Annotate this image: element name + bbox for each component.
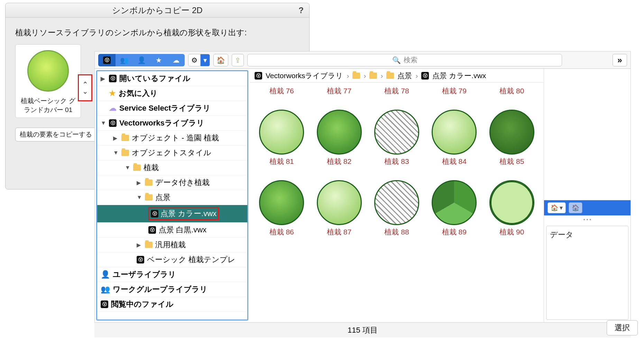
chevron-down-icon: ▾ xyxy=(560,204,563,212)
library-source-segmented: Ⓥ 👥 👤 ★ ☁ xyxy=(98,54,185,66)
thumb-row-2: 植栽 81 植栽 82 植栽 83 植栽 84 植栽 85 xyxy=(255,110,539,166)
list-item[interactable]: 植栽 87 xyxy=(312,180,366,237)
tree-basic-template[interactable]: Ⓥベーシック 植栽テンプレ xyxy=(97,252,247,267)
tree-service-select[interactable]: ☁Service Selectライブラリ xyxy=(97,101,247,116)
folder-icon xyxy=(121,135,129,141)
tree-browsing-file[interactable]: Ⓥ閲覧中のファイル xyxy=(97,297,247,312)
tree-obj-landscape[interactable]: ▶オブジェクト - 造園 植栽 xyxy=(97,131,247,146)
person-icon: 👤 xyxy=(101,270,110,279)
cloud-icon: ☁ xyxy=(109,104,117,113)
folder-icon[interactable] xyxy=(386,73,394,79)
folder-icon xyxy=(145,242,153,248)
tree-scenery[interactable]: ▼点景 xyxy=(97,190,247,205)
list-item[interactable]: 植栽 85 xyxy=(485,110,539,166)
tree-open-files[interactable]: ▶Ⓥ開いているファイル xyxy=(97,71,247,86)
tree-scenery-bw[interactable]: Ⓥ点景 白黒.vwx xyxy=(97,223,247,238)
folder-icon xyxy=(133,165,141,171)
thumb-row-1: 植栽 76 植栽 77 植栽 78 植栽 79 植栽 80 xyxy=(255,84,539,96)
gear-icon[interactable]: ⚙ xyxy=(188,54,201,66)
search-placeholder: 検索 xyxy=(404,55,417,65)
status-bar: 115 項目 xyxy=(94,322,631,337)
folder-icon xyxy=(121,150,129,156)
bc-root[interactable]: Vectorworksライブラリ xyxy=(266,71,343,81)
folder-icon[interactable] xyxy=(369,73,377,79)
group-icon: 👥 xyxy=(101,285,110,294)
tree-plants[interactable]: ▼植栽 xyxy=(97,160,247,175)
vw-icon: Ⓥ xyxy=(421,72,429,80)
list-item[interactable]: 植栽 79 xyxy=(427,84,481,96)
dialog-titlebar: シンボルからコピー 2D ? xyxy=(6,3,309,18)
stepper-annotation: ⌃ ⌄ xyxy=(78,74,92,101)
resource-browser: Ⓥ 👥 👤 ★ ☁ ⚙ ▾ 🏠 ⇪ 🔍 検索 » ▶Ⓥ開いているファイル ★お気… xyxy=(94,51,631,337)
chevron-down-icon[interactable]: ⌄ xyxy=(82,89,88,94)
select-button[interactable]: 選択 xyxy=(607,320,638,335)
export-icon[interactable]: ⇪ xyxy=(232,54,244,66)
tree-user-library[interactable]: 👤ユーザライブラリ xyxy=(97,267,247,282)
help-icon[interactable]: ? xyxy=(298,6,304,15)
symbol-preview-label: 植栽ベーシック グランドカバー 01 xyxy=(19,96,77,114)
gear-dropdown-icon[interactable]: ▾ xyxy=(200,54,210,66)
data-panel-label: データ xyxy=(550,230,573,239)
folder-icon[interactable] xyxy=(352,73,360,79)
list-item[interactable]: 植栽 76 xyxy=(255,84,309,96)
symbol-preview-swatch xyxy=(27,50,69,92)
tree-workgroup-library[interactable]: 👥ワークグループライブラリ xyxy=(97,282,247,297)
list-item[interactable]: 植栽 89 xyxy=(427,180,481,237)
list-item[interactable]: 植栽 82 xyxy=(312,110,366,166)
item-count: 115 項目 xyxy=(348,325,378,335)
vw-icon: Ⓥ xyxy=(255,72,262,80)
right-toolbar: 🏠 ▾ 🏠 xyxy=(544,200,631,215)
copy-plant-elements-button[interactable]: 植栽の要素をコピーする xyxy=(15,128,96,141)
list-item[interactable]: 植栽 77 xyxy=(312,84,366,96)
right-inspector: 🏠 ▾ 🏠 • • • データ xyxy=(544,69,631,322)
tree-vw-library[interactable]: ▼ⓋVectorworksライブラリ xyxy=(97,116,247,131)
chevron-up-icon[interactable]: ⌃ xyxy=(82,82,88,87)
tree-obj-styles[interactable]: ▼オブジェクトスタイル xyxy=(97,146,247,160)
tree-general-plants[interactable]: ▶汎用植栽 xyxy=(97,238,247,252)
dialog-instruction: 植栽リソースライブラリのシンボルから植栽の形状を取り出す: xyxy=(15,27,300,38)
bc-file[interactable]: 点景 カラー.vwx xyxy=(432,71,486,81)
list-item[interactable]: 植栽 90 xyxy=(485,180,539,237)
seg-cloud-icon[interactable]: ☁ xyxy=(167,54,185,66)
overflow-icon[interactable]: » xyxy=(613,54,627,66)
thumbnail-pane: Ⓥ Vectorworksライブラリ › › › 点景 › Ⓥ 点景 カラー.v… xyxy=(250,69,544,322)
seg-group-icon[interactable]: 👥 xyxy=(116,54,133,66)
folder-icon xyxy=(145,194,153,201)
bc-scenery[interactable]: 点景 xyxy=(397,71,412,81)
search-icon: 🔍 xyxy=(392,56,401,64)
list-item[interactable]: 植栽 78 xyxy=(370,84,424,96)
thumb-row-3: 植栽 86 植栽 87 植栽 88 植栽 89 植栽 90 xyxy=(255,180,539,237)
library-tree: ▶Ⓥ開いているファイル ★お気に入り ☁Service Selectライブラリ … xyxy=(96,70,248,321)
dialog-title: シンボルからコピー 2D xyxy=(112,5,202,16)
seg-user-icon[interactable]: 👤 xyxy=(133,54,150,66)
seg-star-icon[interactable]: ★ xyxy=(150,54,167,66)
list-item[interactable]: 植栽 83 xyxy=(370,110,424,166)
home-icon[interactable]: 🏠 xyxy=(213,54,228,66)
seg-vw-icon[interactable]: Ⓥ xyxy=(98,54,116,66)
list-item[interactable]: 植栽 80 xyxy=(485,84,539,96)
list-item[interactable]: 植栽 86 xyxy=(255,180,309,237)
data-panel: データ xyxy=(546,226,628,320)
home-alt-button[interactable]: 🏠 xyxy=(569,202,582,213)
drag-handle-icon[interactable]: • • • xyxy=(544,215,631,224)
symbol-preview-card[interactable]: 植栽ベーシック グランドカバー 01 xyxy=(15,44,81,118)
browser-toolbar: Ⓥ 👥 👤 ★ ☁ ⚙ ▾ 🏠 ⇪ 🔍 検索 » xyxy=(95,52,631,69)
folder-icon xyxy=(145,179,153,186)
search-input[interactable]: 🔍 検索 xyxy=(247,54,562,66)
breadcrumb: Ⓥ Vectorworksライブラリ › › › 点景 › Ⓥ 点景 カラー.v… xyxy=(250,69,544,83)
list-item[interactable]: 植栽 81 xyxy=(255,110,309,166)
list-item[interactable]: 植栽 84 xyxy=(427,110,481,166)
list-item[interactable]: 植栽 88 xyxy=(370,180,424,237)
tree-data-plants[interactable]: ▶データ付き植栽 xyxy=(97,175,247,190)
tree-scenery-color[interactable]: Ⓥ点景 カラー.vwx xyxy=(97,205,247,223)
home-view-button[interactable]: 🏠 ▾ xyxy=(548,202,566,213)
star-icon: ★ xyxy=(109,89,116,98)
tree-favorites[interactable]: ★お気に入り xyxy=(97,86,247,101)
